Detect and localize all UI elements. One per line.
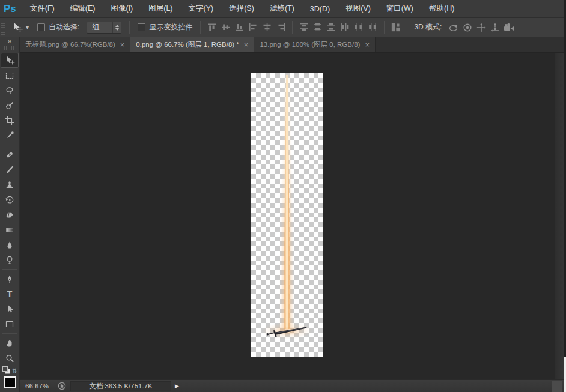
status-bar: 66.67% 文档:363.5 K/751.7K ▶ <box>20 379 566 392</box>
default-colors-icon[interactable] <box>2 366 11 375</box>
tool-spot-healing-brush[interactable] <box>0 147 19 162</box>
photoshop-window: Ps 文件(F) 编辑(E) 图像(I) 图层(L) 文字(Y) 选择(S) 滤… <box>0 0 566 392</box>
status-expand-icon[interactable]: ▶ <box>175 383 179 389</box>
auto-select-target-value: 组 <box>92 22 112 32</box>
tools-panel: » T ⇅ <box>0 37 20 392</box>
background-window-sliver <box>564 357 566 392</box>
show-transform-label: 显示变换控件 <box>149 22 192 32</box>
menu-select[interactable]: 选择(S) <box>221 0 262 17</box>
tab-close-icon[interactable]: × <box>244 41 249 49</box>
3d-slide-icon[interactable] <box>488 21 502 34</box>
options-divider <box>129 21 130 34</box>
tool-path-selection[interactable] <box>0 301 19 316</box>
panel-dock-strip <box>555 53 564 379</box>
panel-collapse-icon[interactable]: » <box>0 37 19 45</box>
tab-title: 无标题.png @ 66.7%(RGB/8) <box>25 40 115 49</box>
tool-gradient[interactable] <box>0 222 19 237</box>
tool-blur[interactable] <box>0 237 19 252</box>
swap-colors-icon[interactable]: ⇅ <box>12 367 17 374</box>
options-divider <box>384 21 385 34</box>
menu-help[interactable]: 帮助(H) <box>421 0 462 17</box>
tool-type[interactable]: T <box>0 286 19 301</box>
tool-pen[interactable] <box>0 271 19 286</box>
align-right-edges-icon[interactable] <box>274 21 288 34</box>
pasteboard[interactable] <box>20 53 566 379</box>
distribute-vertical-centers-icon[interactable] <box>311 21 324 34</box>
options-divider <box>200 21 201 34</box>
canvas-document[interactable] <box>251 73 323 357</box>
default-colors-row: ⇅ <box>0 366 19 375</box>
tools-separator <box>2 333 17 334</box>
tool-zoom[interactable] <box>0 351 19 366</box>
distribute-bottom-edges-icon[interactable] <box>324 21 338 34</box>
mode-3d-label: 3D 模式: <box>414 22 442 32</box>
tool-dodge[interactable] <box>0 252 19 267</box>
tool-eraser[interactable] <box>0 207 19 222</box>
distribute-horizontal-centers-icon[interactable] <box>352 21 366 34</box>
align-horizontal-centers-icon[interactable] <box>260 21 274 34</box>
tab-untitled-png[interactable]: 无标题.png @ 66.7%(RGB/8) × <box>20 37 130 52</box>
tab-close-icon[interactable]: × <box>365 41 370 49</box>
3d-pan-icon[interactable] <box>474 21 488 34</box>
move-tool-icon <box>10 21 25 34</box>
tool-move[interactable] <box>1 53 19 68</box>
tab-title: 0.png @ 66.7% (图层 1, RGB/8) * <box>136 40 239 49</box>
menu-bar: Ps 文件(F) 编辑(E) 图像(I) 图层(L) 文字(Y) 选择(S) 滤… <box>0 0 566 18</box>
tool-brush[interactable] <box>0 162 19 177</box>
tool-lasso[interactable] <box>0 83 19 98</box>
tools-separator <box>2 145 17 145</box>
tool-rectangle[interactable] <box>0 316 19 331</box>
menu-file[interactable]: 文件(F) <box>22 0 62 17</box>
tool-quick-selection[interactable] <box>0 98 19 113</box>
show-transform-checkbox[interactable] <box>138 23 145 31</box>
menu-3d[interactable]: 3D(D) <box>302 0 338 17</box>
tab-0-png[interactable]: 0.png @ 66.7% (图层 1, RGB/8) * × <box>130 37 254 52</box>
tool-clone-stamp[interactable] <box>0 177 19 192</box>
align-top-edges-icon[interactable] <box>205 21 219 34</box>
align-left-edges-icon[interactable] <box>246 21 260 34</box>
tool-preset-caret-icon[interactable]: ▾ <box>26 24 29 31</box>
menu-type[interactable]: 文字(Y) <box>181 0 222 17</box>
distribute-right-edges-icon[interactable] <box>366 21 380 34</box>
3d-rotate-icon[interactable] <box>446 21 460 34</box>
tab-13-png[interactable]: 13.png @ 100% (图层 0, RGB/8) × <box>254 37 376 52</box>
type-tool-glyph: T <box>7 289 13 299</box>
tool-rectangular-marquee[interactable] <box>0 68 19 83</box>
document-tab-bar: 无标题.png @ 66.7%(RGB/8) × 0.png @ 66.7% (… <box>20 37 566 53</box>
tool-hand[interactable] <box>0 336 19 351</box>
auto-select-label: 自动选择: <box>49 22 79 32</box>
auto-select-checkbox[interactable] <box>37 23 45 31</box>
align-bottom-edges-icon[interactable] <box>233 21 246 34</box>
resize-grip[interactable] <box>552 381 562 392</box>
3d-roll-icon[interactable] <box>460 21 474 34</box>
menu-view[interactable]: 视图(V) <box>338 0 379 17</box>
align-vertical-centers-icon[interactable] <box>219 21 233 34</box>
tool-history-brush[interactable] <box>0 192 19 207</box>
sword-beam-artwork <box>251 73 323 357</box>
menu-layer[interactable]: 图层(L) <box>141 0 180 17</box>
tool-crop[interactable] <box>0 113 19 128</box>
tab-title: 13.png @ 100% (图层 0, RGB/8) <box>260 40 360 49</box>
tool-eyedropper[interactable] <box>0 128 19 143</box>
tools-panel-grip[interactable] <box>4 46 15 50</box>
tools-separator <box>2 269 17 270</box>
options-divider <box>292 21 293 34</box>
menu-edit[interactable]: 编辑(E) <box>62 0 103 17</box>
options-divider <box>407 21 407 34</box>
distribute-left-edges-icon[interactable] <box>338 21 352 34</box>
auto-align-layers-icon[interactable] <box>389 21 403 34</box>
document-area: 无标题.png @ 66.7%(RGB/8) × 0.png @ 66.7% (… <box>20 37 566 392</box>
menu-window[interactable]: 窗口(W) <box>379 0 421 17</box>
main-area: » T ⇅ <box>0 37 566 392</box>
tab-close-icon[interactable]: × <box>120 41 125 49</box>
zoom-level-field[interactable]: 66.67% <box>20 382 56 390</box>
distribute-top-edges-icon[interactable] <box>297 21 311 34</box>
menu-filter[interactable]: 滤镜(T) <box>262 0 302 17</box>
3d-zoom-camera-icon[interactable] <box>502 21 516 34</box>
menu-image[interactable]: 图像(I) <box>103 0 141 17</box>
doc-status-icon <box>56 382 68 390</box>
auto-select-target-dropdown[interactable]: 组 <box>87 22 121 34</box>
foreground-color-swatch[interactable] <box>4 376 16 388</box>
options-bar: ▾ 自动选择: 组 显示变换控件 3D 模式: <box>0 18 566 37</box>
options-bar-grip[interactable] <box>1 20 5 35</box>
